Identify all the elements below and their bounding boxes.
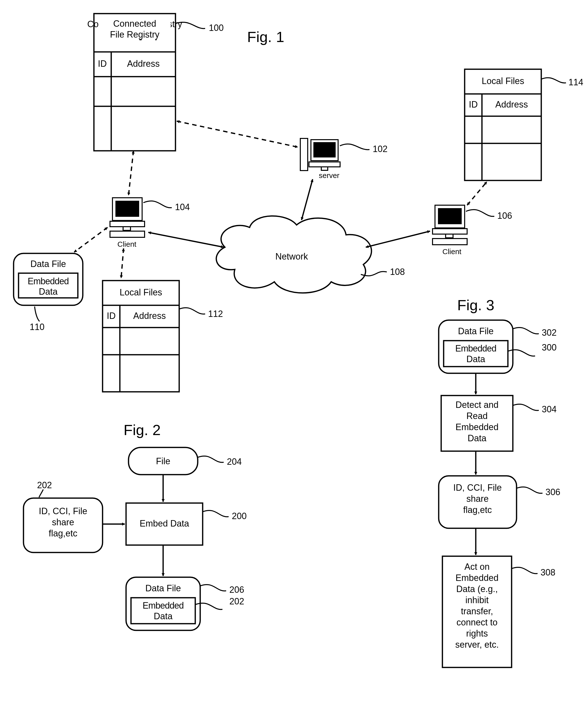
svg-text:connect to: connect to [456, 617, 498, 627]
figure-2: Fig. 2 File 204 ID, CCI, File share flag… [24, 422, 247, 630]
svg-text:306: 306 [545, 487, 560, 497]
svg-text:flag,etc: flag,etc [49, 528, 77, 538]
svg-line-67 [467, 182, 487, 205]
svg-text:202: 202 [37, 480, 52, 490]
svg-text:Address: Address [495, 99, 528, 109]
svg-text:206: 206 [229, 584, 244, 595]
svg-text:Client: Client [443, 248, 461, 256]
server-icon: server 102 [300, 138, 388, 179]
svg-text:Connected: Connected [113, 19, 156, 29]
fig3-title: Fig. 3 [457, 297, 494, 313]
svg-rect-32 [123, 227, 131, 230]
svg-text:114: 114 [568, 77, 583, 87]
svg-text:304: 304 [542, 404, 557, 414]
svg-text:112: 112 [208, 309, 223, 319]
svg-text:302: 302 [542, 328, 557, 338]
svg-text:106: 106 [497, 211, 512, 221]
svg-rect-30 [115, 201, 139, 217]
svg-line-60 [129, 151, 133, 195]
svg-rect-26 [321, 167, 328, 170]
svg-text:Address: Address [127, 59, 160, 69]
svg-text:rights: rights [466, 628, 488, 639]
svg-line-65 [74, 228, 107, 252]
svg-rect-40 [432, 238, 467, 245]
client-104-icon: Client 104 [110, 198, 190, 248]
svg-rect-24 [313, 142, 336, 157]
svg-text:Embed Data: Embed Data [140, 518, 189, 528]
svg-text:Embedded: Embedded [142, 600, 184, 610]
svg-text:Data File: Data File [458, 326, 494, 336]
svg-text:Data: Data [39, 286, 58, 297]
svg-text:200: 200 [232, 511, 247, 521]
svg-text:ID: ID [469, 99, 478, 109]
figure-3: Fig. 3 Data File Embedded Data 302 300 D… [439, 297, 560, 668]
svg-rect-25 [309, 162, 340, 167]
svg-text:Data: Data [467, 354, 485, 364]
svg-line-66 [121, 249, 124, 278]
svg-text:flag,etc: flag,etc [463, 505, 492, 515]
svg-rect-31 [110, 221, 144, 227]
svg-text:ID: ID [107, 311, 116, 321]
svg-text:Detect and: Detect and [455, 400, 499, 410]
svg-text:202: 202 [229, 596, 244, 606]
svg-text:300: 300 [542, 342, 557, 353]
figure-1: Fig. 1 Connected File Registry File Regi… [14, 14, 583, 392]
svg-text:transfer,: transfer, [461, 606, 493, 616]
svg-rect-33 [110, 231, 144, 237]
svg-text:Data File: Data File [30, 259, 66, 269]
svg-text:Address: Address [133, 311, 166, 321]
svg-text:server: server [319, 171, 339, 179]
client-106-icon: Client 106 [432, 205, 512, 256]
fig1-title: Fig. 1 [247, 29, 284, 45]
svg-text:ID, CCI, File: ID, CCI, File [453, 483, 502, 493]
svg-text:Data: Data [468, 433, 487, 443]
data-file-206: Data File Embedded Data 206 202 [126, 577, 244, 630]
network-cloud: Network 108 [216, 216, 405, 293]
local-files-114: Local Files ID Address 114 [464, 69, 583, 180]
svg-text:Embedded: Embedded [28, 276, 69, 286]
svg-text:share: share [52, 517, 74, 527]
svg-text:110: 110 [30, 322, 45, 332]
svg-text:ID: ID [98, 59, 107, 69]
data-file-110: Data File Embedded Data 110 [14, 253, 83, 332]
svg-text:Embedded: Embedded [455, 343, 496, 354]
svg-line-62 [301, 179, 313, 220]
svg-rect-38 [432, 229, 467, 234]
svg-text:Embedded: Embedded [455, 573, 499, 583]
svg-text:ID, CCI, File: ID, CCI, File [39, 506, 87, 516]
svg-rect-39 [446, 234, 453, 238]
svg-line-63 [148, 232, 224, 247]
svg-text:Data: Data [154, 611, 173, 621]
svg-text:Read: Read [467, 411, 488, 421]
svg-rect-37 [438, 208, 462, 224]
svg-text:server, etc.: server, etc. [455, 640, 499, 650]
svg-text:Data File: Data File [145, 583, 181, 593]
svg-text:204: 204 [227, 457, 242, 467]
fig2-title: Fig. 2 [124, 422, 161, 438]
svg-text:104: 104 [175, 202, 190, 212]
svg-text:inhibit: inhibit [465, 595, 489, 605]
svg-text:Local Files: Local Files [119, 287, 162, 297]
svg-text:Act on: Act on [464, 562, 489, 572]
svg-text:Network: Network [275, 252, 308, 262]
svg-text:File Registry: File Registry [110, 29, 159, 40]
svg-text:File: File [156, 456, 170, 466]
svg-text:102: 102 [373, 144, 388, 154]
data-file-302: Data File Embedded Data 302 300 [439, 320, 557, 373]
svg-text:108: 108 [390, 267, 405, 277]
svg-text:100: 100 [209, 23, 224, 33]
svg-text:Client: Client [117, 240, 136, 248]
svg-text:Embedded: Embedded [455, 422, 499, 432]
svg-text:share: share [467, 494, 489, 504]
svg-line-64 [366, 231, 430, 247]
svg-text:Local Files: Local Files [482, 76, 524, 86]
svg-text:308: 308 [540, 567, 555, 577]
svg-line-61 [177, 121, 298, 147]
local-files-112: Local Files ID Address 112 [103, 281, 223, 392]
svg-text:Data (e.g.,: Data (e.g., [456, 584, 498, 594]
connected-file-registry: Connected File Registry File Registry ID… [87, 14, 224, 151]
svg-rect-22 [300, 138, 308, 171]
